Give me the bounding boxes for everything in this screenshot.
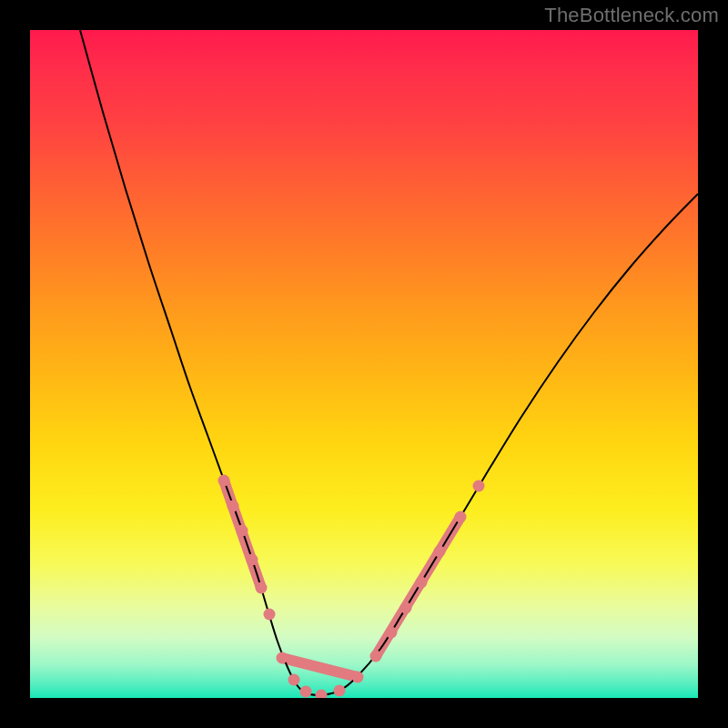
marker-dot — [228, 500, 239, 512]
marker-dot — [352, 672, 364, 683]
watermark-text: TheBottleneck.com — [544, 4, 719, 27]
curve-layer — [30, 30, 698, 698]
marker-dot — [247, 554, 258, 566]
marker-dot — [288, 674, 300, 686]
plot-area — [30, 30, 698, 698]
bottleneck-curve — [80, 30, 698, 695]
marker-dot — [370, 651, 382, 662]
marker-dot — [334, 685, 346, 697]
marker-dot — [218, 475, 230, 487]
marker-dot — [316, 690, 328, 699]
marker-dot — [256, 582, 268, 594]
chart-frame: TheBottleneck.com — [0, 0, 728, 728]
marker-dot — [473, 480, 485, 492]
marker-dot — [264, 609, 276, 621]
marker-dot — [400, 602, 412, 614]
marker-dot — [237, 525, 248, 537]
marker-dot — [455, 511, 467, 523]
marker-dot — [416, 577, 428, 589]
marker-dot — [434, 546, 446, 558]
marker-dot — [277, 652, 288, 664]
marker-dot — [300, 686, 312, 698]
marker-dots — [218, 475, 485, 699]
marker-dot — [386, 627, 398, 639]
